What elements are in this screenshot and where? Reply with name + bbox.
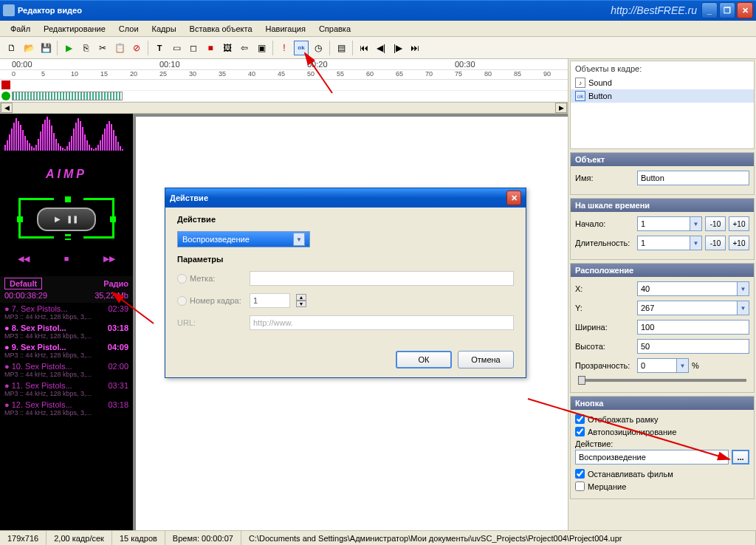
timeline-tracks[interactable] — [0, 80, 568, 102]
duration-combo[interactable]: 1▼ — [637, 236, 702, 250]
action-dialog: Действие ✕ Действие Воспроизведение ▼ Па… — [165, 188, 526, 378]
chevron-down-icon[interactable]: ▼ — [293, 233, 305, 246]
frame-number-input — [250, 293, 290, 308]
rect-icon[interactable]: ◻ — [186, 41, 201, 55]
exclaim-icon[interactable]: ! — [277, 41, 292, 55]
minimize-button[interactable]: _ — [701, 2, 718, 18]
action-select[interactable]: Воспроизведение ▼ — [177, 231, 310, 247]
timeline-scrollbar[interactable]: ◀ ▶ — [0, 102, 568, 114]
opacity-combo[interactable]: 0▼ — [637, 358, 689, 373]
status-path: C:\Documents and Settings\Администратор\… — [241, 531, 756, 545]
button-obj-icon: ok — [575, 91, 585, 101]
marker-radio — [177, 274, 187, 284]
list-item[interactable]: ● 10. Sex Pistols...02:00MP3 :: 44 kHz, … — [0, 360, 133, 380]
cut-icon[interactable]: ✂ — [95, 41, 110, 55]
frame-icon[interactable]: ▣ — [254, 41, 269, 55]
frame-object-sound[interactable]: ♪ Sound — [571, 76, 754, 89]
start-combo[interactable]: 1▼ — [637, 216, 702, 231]
autopos-checkbox[interactable] — [575, 427, 585, 436]
dialog-title: Действие — [170, 193, 208, 202]
list-item[interactable]: ● 8. Sex Pistol...03:18MP3 :: 44 kHz, 12… — [0, 322, 133, 341]
copy-icon[interactable]: ⎘ — [78, 41, 93, 55]
action-input[interactable] — [575, 450, 729, 465]
new-icon[interactable]: 🗋 — [4, 41, 19, 55]
blink-checkbox[interactable] — [575, 481, 585, 491]
next-icon[interactable]: |▶ — [391, 41, 405, 55]
menu-insert[interactable]: Вставка объекта — [184, 23, 258, 35]
start-plus-button[interactable]: +10 — [729, 216, 749, 231]
properties-panel: Объекты в кадре: ♪ Sound ok Button Объек… — [568, 59, 756, 530]
paste-icon[interactable]: 📋 — [112, 41, 127, 55]
start-minus-button[interactable]: -10 — [705, 216, 726, 231]
image-icon[interactable]: 🖼 — [220, 41, 235, 55]
x-combo[interactable]: 40▼ — [637, 281, 749, 296]
play-icon[interactable]: ▶ — [61, 41, 76, 55]
list-item[interactable]: ● 12. Sex Pistols...03:18MP3 :: 44 kHz, … — [0, 399, 133, 418]
menu-file[interactable]: Файл — [4, 23, 36, 35]
list-icon[interactable]: ▤ — [334, 41, 348, 55]
chevron-down-icon[interactable]: ▼ — [690, 217, 701, 230]
save-icon[interactable]: 💾 — [38, 41, 53, 55]
action-browse-button[interactable]: ... — [732, 450, 749, 465]
spin-down-icon: ▼ — [296, 301, 306, 307]
callout-icon[interactable]: ▭ — [169, 41, 184, 55]
open-icon[interactable]: 📂 — [21, 41, 36, 55]
preview-logo: AIMP — [0, 164, 133, 185]
chevron-down-icon[interactable]: ▼ — [690, 236, 701, 250]
width-input[interactable] — [637, 320, 749, 335]
menu-edit[interactable]: Редактирование — [38, 23, 111, 35]
toolbar: 🗋 📂 💾 ▶ ⎘ ✂ 📋 ⊘ T ▭ ◻ ■ 🖼 ⇦ ▣ ! ok ◷ ▤ ⏮… — [0, 37, 756, 59]
menu-frames[interactable]: Кадры — [146, 23, 182, 35]
panel-timeline-title: На шкале времени — [571, 199, 754, 212]
preview-pane: AIMP ▶ ❚❚ — [0, 114, 133, 530]
stop-movie-checkbox[interactable] — [575, 469, 585, 479]
y-combo[interactable]: 267▼ — [637, 301, 749, 315]
ok-button[interactable]: ОК — [396, 351, 452, 369]
object-name-input[interactable] — [637, 171, 749, 185]
menubar: Файл Редактирование Слои Кадры Вставка о… — [0, 21, 756, 37]
list-item[interactable]: ● 9. Sex Pistol...04:09MP3 :: 44 kHz, 12… — [0, 341, 133, 360]
window-titlebar: Редактор видео http://BestFREE.ru _ ❐ ✕ — [0, 0, 756, 21]
list-item[interactable]: ● 11. Sex Pistols...03:31MP3 :: 44 kHz, … — [0, 380, 133, 399]
chevron-down-icon[interactable]: ▼ — [676, 359, 688, 372]
last-icon[interactable]: ⏭ — [408, 41, 422, 55]
opacity-slider[interactable] — [578, 379, 746, 382]
playlist-tab-default[interactable]: Default — [4, 278, 42, 289]
sound-clip[interactable] — [12, 92, 123, 100]
frame-object-button[interactable]: ok Button — [571, 89, 754, 103]
maximize-button[interactable]: ❐ — [719, 2, 735, 18]
statusbar: 179x716 2,00 кадр/сек 15 кадров Время: 0… — [0, 530, 756, 545]
selection-frame[interactable]: ▶ ❚❚ — [18, 198, 114, 239]
first-icon[interactable]: ⏮ — [357, 41, 371, 55]
dur-plus-button[interactable]: +10 — [729, 236, 749, 250]
playlist-tab-radio[interactable]: Радио — [103, 279, 128, 288]
play-glyph-icon: ▶ — [55, 215, 61, 223]
chevron-down-icon[interactable]: ▼ — [737, 301, 749, 315]
prev-icon[interactable]: ◀| — [374, 41, 388, 55]
scroll-right-icon[interactable]: ▶ — [555, 103, 567, 113]
dialog-close-button[interactable]: ✕ — [506, 191, 521, 205]
scroll-left-icon[interactable]: ◀ — [1, 103, 13, 113]
status-frames: 15 кадров — [112, 531, 165, 545]
back-icon[interactable]: ⇦ — [237, 41, 252, 55]
show-frame-checkbox[interactable] — [575, 414, 585, 424]
url-input — [250, 315, 514, 330]
chevron-down-icon[interactable]: ▼ — [737, 282, 749, 295]
cancel-button[interactable]: Отмена — [458, 351, 514, 369]
list-item[interactable]: ● 7. Sex Pistols...02:39MP3 :: 44 kHz, 1… — [0, 303, 133, 322]
playlist: ● 7. Sex Pistols...02:39MP3 :: 44 kHz, 1… — [0, 303, 133, 418]
menu-help[interactable]: Справка — [313, 23, 357, 35]
timeline-ruler[interactable]: 051015202530354045505560657075808590 — [0, 69, 568, 80]
dur-minus-button[interactable]: -10 — [705, 236, 726, 250]
stop-icon[interactable]: ■ — [203, 41, 218, 55]
ok-button-icon[interactable]: ok — [294, 41, 309, 55]
spin-up-icon: ▲ — [296, 294, 306, 301]
menu-layers[interactable]: Слои — [113, 23, 145, 35]
close-button[interactable]: ✕ — [737, 2, 753, 18]
menu-nav[interactable]: Навигация — [260, 23, 312, 35]
globe-icon[interactable]: ◷ — [311, 41, 326, 55]
text-icon[interactable]: T — [152, 41, 167, 55]
panel-button-title: Кнопка — [571, 397, 754, 410]
delete-icon[interactable]: ⊘ — [129, 41, 144, 55]
height-input[interactable] — [637, 339, 749, 354]
